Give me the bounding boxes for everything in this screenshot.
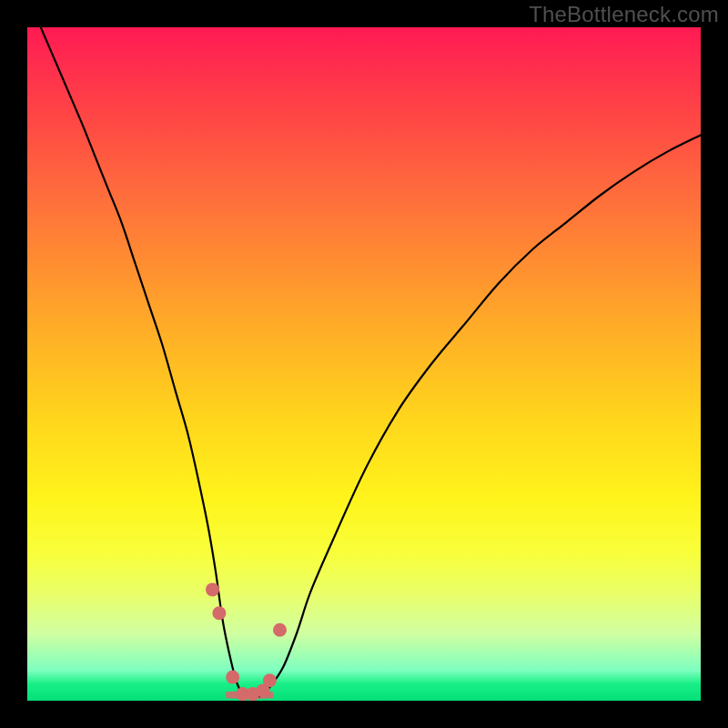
bottleneck-curve: [41, 27, 701, 698]
sweet-spot-marker: [212, 606, 226, 620]
watermark-text: TheBottleneck.com: [529, 2, 719, 27]
sweet-spot-marker: [226, 671, 239, 684]
sweet-spot-marker: [273, 623, 287, 637]
curve-layer: [27, 27, 701, 701]
marker-group: [206, 582, 287, 701]
sweet-spot-marker: [263, 673, 277, 687]
sweet-spot-marker: [206, 582, 219, 596]
plot-area: [27, 27, 701, 701]
chart-frame: TheBottleneck.com: [0, 0, 728, 728]
